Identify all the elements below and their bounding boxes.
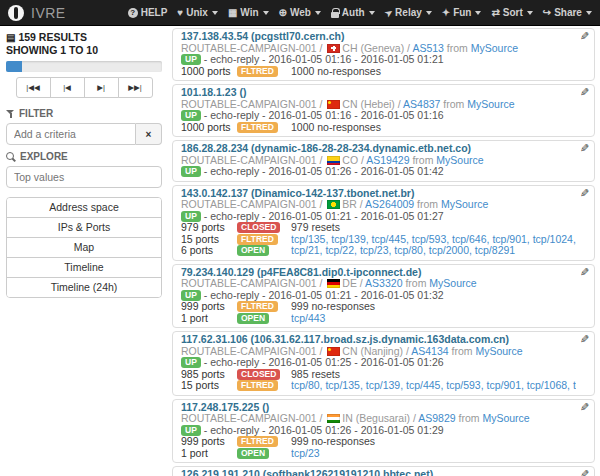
port-links[interactable]: tcp/135, tcp/139, tcp/445, tcp/593, tcp/…: [291, 234, 576, 246]
explore-input[interactable]: [6, 166, 162, 188]
edit-pencil-icon[interactable]: ✎: [580, 30, 589, 43]
source-link[interactable]: MySource: [475, 346, 522, 357]
explore-ips-ports-button[interactable]: IPs & Ports: [7, 217, 161, 237]
host-title-link[interactable]: 126.219.191.210 (softbank126219191210.bb…: [181, 469, 433, 476]
source-link[interactable]: MySource: [441, 199, 488, 210]
nav-item-help[interactable]: ?HELP: [128, 7, 168, 18]
nav-item-label: Share: [554, 7, 582, 18]
host-title-link[interactable]: 79.234.140.129 (p4FEA8C81.dip0.t-ipconne…: [181, 267, 421, 278]
port-state-cell: FLTRED: [237, 122, 291, 134]
source-link[interactable]: MySource: [471, 43, 518, 54]
host-card: ✎126.219.191.210 (softbank126219191210.b…: [172, 466, 595, 476]
host-status-line: UP - echo-reply - 2016-01-05 01:26 - 201…: [181, 166, 576, 178]
port-links[interactable]: tcp/21, tcp/22, tcp/23, tcp/80, tcp/2000…: [291, 245, 576, 257]
from-word: from: [443, 99, 464, 110]
filter-input[interactable]: [6, 123, 136, 145]
filter-input-group: ×: [6, 123, 162, 145]
host-card: ✎137.138.43.54 (pcgsttl70.cern.ch)ROUTAB…: [172, 28, 595, 81]
random-icon: ⇄: [491, 7, 499, 18]
nav-item-label: Sort: [503, 7, 523, 18]
nav-item-relay[interactable]: ➤Relay: [385, 7, 432, 18]
port-detail: 999 no-responses: [291, 436, 576, 448]
pagination-next-button[interactable]: ▶|: [84, 77, 119, 98]
explore-timeline-24h-button[interactable]: Timeline (24h): [7, 277, 161, 297]
edit-pencil-icon[interactable]: ✎: [580, 266, 589, 279]
port-links[interactable]: tcp/80, tcp/135, tcp/139, tcp/445, tcp/5…: [291, 380, 576, 392]
port-detail: 999 no-responses: [291, 301, 576, 313]
host-title-link[interactable]: 117.248.175.225 (): [181, 402, 269, 413]
nav-item-auth[interactable]: Auth: [331, 7, 375, 18]
explore-map-button[interactable]: Map: [7, 237, 161, 257]
host-title-row: 126.219.191.210 (softbank126219191210.bb…: [181, 469, 576, 476]
host-title-row: 117.248.175.225 (): [181, 402, 576, 414]
nav-item-fun[interactable]: ✦Fun: [442, 7, 482, 18]
asn-link[interactable]: AS513: [412, 43, 444, 54]
nav-item-unix[interactable]: ♥Unix: [177, 7, 218, 18]
source-link[interactable]: MySource: [436, 155, 483, 166]
pagination-first-button[interactable]: |◀◀: [16, 77, 51, 98]
from-word: from: [405, 278, 426, 289]
filter-section-label: FILTER: [6, 108, 162, 119]
host-card: ✎117.62.31.106 (106.31.62.117.broad.sz.j…: [172, 331, 595, 396]
country-label: BR: [342, 199, 357, 210]
filter-clear-button[interactable]: ×: [136, 123, 162, 145]
port-links[interactable]: tcp/23: [291, 448, 576, 460]
edit-pencil-icon[interactable]: ✎: [580, 86, 589, 99]
explore-address-space-button[interactable]: Address space: [7, 198, 161, 217]
chevron-down-icon: [369, 11, 375, 15]
country-label: IN (Begusarai): [342, 413, 410, 424]
asn-link[interactable]: AS4134: [411, 346, 448, 357]
source-link[interactable]: MySource: [429, 278, 476, 289]
port-row: 1000 portsFLTRED1000 no-responses: [181, 122, 576, 134]
host-title-link[interactable]: 137.138.43.54 (pcgsttl70.cern.ch): [181, 31, 344, 42]
asn-link[interactable]: AS4837: [403, 99, 440, 110]
country-label: CN (Hebei): [342, 99, 395, 110]
from-word: from: [452, 346, 473, 357]
nav-item-label: Auth: [342, 7, 365, 18]
list-icon: ▤: [6, 32, 15, 43]
explore-timeline-button[interactable]: Timeline: [7, 257, 161, 277]
country-flag-icon: [327, 100, 340, 109]
source-link[interactable]: MySource: [467, 99, 514, 110]
port-state-badge: FLTRED: [237, 301, 278, 312]
port-count: 999 ports: [181, 301, 237, 313]
asn-link[interactable]: AS19429: [366, 155, 409, 166]
host-title-row: 186.28.28.234 (dynamic-186-28-28-234.dyn…: [181, 143, 576, 155]
status-detail: - echo-reply - 2016-01-05 01:26 - 2016-0…: [204, 425, 444, 436]
host-title-link[interactable]: 186.28.28.234 (dynamic-186-28-28-234.dyn…: [181, 143, 471, 154]
chevron-down-icon: [212, 11, 218, 15]
nav-item-sort[interactable]: ⇄Sort: [491, 7, 532, 18]
asn-link[interactable]: AS9829: [418, 413, 455, 424]
port-state-badge: CLOSED: [237, 222, 280, 233]
source-link[interactable]: MySource: [482, 413, 529, 424]
host-title-link[interactable]: 117.62.31.106 (106.31.62.117.broad.sz.js…: [181, 334, 509, 345]
edit-pencil-icon[interactable]: ✎: [580, 401, 589, 414]
pagination-last-button[interactable]: ▶▶|: [118, 77, 153, 98]
port-count: 1 port: [181, 448, 237, 460]
edit-pencil-icon[interactable]: ✎: [580, 187, 589, 200]
nav-item-win[interactable]: ▦Win: [228, 7, 269, 18]
port-detail: 1000 no-responses: [291, 122, 576, 134]
host-meta-line: ROUTABLE-CAMPAIGN-001 / CN (Nanjing) / A…: [181, 346, 576, 358]
host-title-link[interactable]: 143.0.142.137 (Dinamico-142-137.tbonet.n…: [181, 188, 414, 199]
port-row: 999 portsFLTRED999 no-responses: [181, 436, 576, 448]
nav-item-web[interactable]: ⊕Web: [279, 7, 321, 18]
results-progressbar[interactable]: [6, 61, 162, 72]
nav-item-share[interactable]: ↪Share: [543, 7, 592, 18]
port-links[interactable]: tcp/443: [291, 313, 576, 325]
chevron-down-icon: [263, 11, 269, 15]
edit-pencil-icon[interactable]: ✎: [580, 468, 589, 476]
host-title-link[interactable]: 101.18.1.23 (): [181, 87, 246, 98]
brand[interactable]: IVRE: [8, 5, 66, 21]
port-state-badge: OPEN: [237, 313, 269, 324]
asn-link[interactable]: AS3320: [365, 278, 402, 289]
status-badge: UP: [181, 110, 201, 121]
edit-pencil-icon[interactable]: ✎: [580, 333, 589, 346]
edit-pencil-icon[interactable]: ✎: [580, 142, 589, 155]
campaign-label: ROUTABLE-CAMPAIGN-001: [181, 99, 317, 110]
asn-link[interactable]: AS264009: [365, 199, 414, 210]
country-label: CO: [342, 155, 358, 166]
question-sign-icon: ?: [128, 8, 138, 18]
pagination-previous-button[interactable]: |◀: [50, 77, 85, 98]
status-badge: UP: [181, 357, 201, 368]
